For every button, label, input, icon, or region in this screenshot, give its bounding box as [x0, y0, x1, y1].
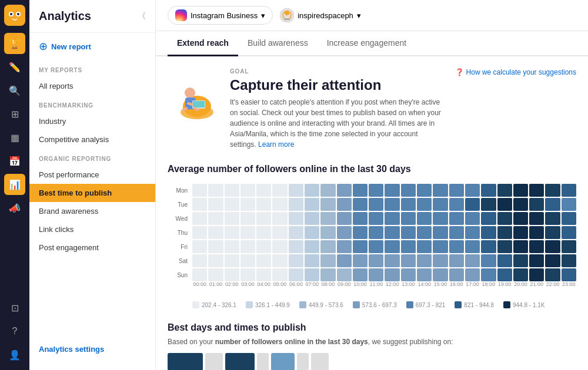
nav-item-all-reports[interactable]: All reports — [29, 77, 155, 95]
nav-icon-trophy[interactable]: 🏆 — [4, 33, 25, 54]
heatmap-cell — [320, 240, 335, 253]
tab-extend-reach[interactable]: Extend reach — [168, 31, 238, 56]
best-days-desc: Based on your number of followers online… — [168, 338, 576, 346]
heatmap-cell — [208, 268, 223, 281]
app-logo[interactable] — [4, 5, 25, 26]
question-icon: ❓ — [455, 68, 464, 76]
legend-label: 821 - 944.8 — [464, 302, 494, 308]
account-label: inspiredspaceph — [298, 11, 353, 20]
heatmap-cell — [417, 198, 432, 211]
content-scroll[interactable]: GOAL Capture their attention It's easier… — [156, 56, 588, 370]
heatmap-cell — [225, 212, 239, 225]
learn-more-link[interactable]: Learn more — [258, 140, 294, 149]
platform-selector[interactable]: Instagram Business ▾ — [168, 6, 273, 25]
heatmap-cell — [192, 240, 207, 253]
nav-icon-profile[interactable]: 👤 — [4, 344, 25, 365]
heatmap-cell — [401, 184, 416, 197]
account-selector[interactable]: inspiredspaceph ▾ — [280, 8, 361, 22]
analytics-settings-link[interactable]: Analytics settings — [29, 338, 155, 361]
heatmap-cell — [305, 198, 319, 211]
heatmap-cell — [417, 268, 432, 281]
tab-build-awareness[interactable]: Build awareness — [238, 31, 318, 56]
goal-text: GOAL Capture their attention It's easier… — [230, 68, 446, 150]
time-label: 21:00 — [529, 281, 544, 287]
heatmap-cell — [465, 226, 480, 239]
heatmap-cell — [497, 268, 512, 281]
heatmap-cell — [289, 254, 303, 267]
heatmap-cell — [256, 268, 271, 281]
heatmap-cell — [272, 268, 287, 281]
heatmap-cell — [192, 212, 207, 225]
heatmap-row-label: Thu — [168, 226, 191, 239]
heatmap-cell — [513, 212, 528, 225]
heatmap-cell — [320, 254, 335, 267]
heatmap-cell — [289, 198, 303, 211]
nav-icon-analytics[interactable]: 📊 — [4, 174, 25, 195]
time-label: 09:00 — [337, 281, 352, 287]
heatmap-cell — [289, 268, 303, 281]
nav-icon-calendar[interactable]: 📅 — [4, 150, 25, 171]
heatmap-cell — [481, 254, 496, 267]
time-label: 17:00 — [465, 281, 480, 287]
new-report-button[interactable]: ⊕ New report — [29, 33, 155, 60]
heatmap-cell — [353, 184, 368, 197]
nav-icon-compose[interactable]: ✏️ — [4, 56, 25, 78]
time-label: 23:00 — [562, 281, 576, 287]
heatmap-cell — [256, 212, 271, 225]
nav-icon-help[interactable]: ? — [4, 321, 25, 342]
heatmap-cell — [225, 268, 239, 281]
heatmap-cell — [433, 198, 447, 211]
heatmap-cell — [433, 254, 447, 267]
nav-icon-apps[interactable]: ⊡ — [4, 297, 25, 318]
heatmap-cell — [208, 184, 223, 197]
best-day-bar — [168, 353, 203, 370]
heatmap-cell — [272, 226, 287, 239]
heatmap-time-labels: 00:0001:0002:0003:0004:0005:0006:0007:00… — [168, 281, 576, 287]
heatmap-cell — [529, 184, 544, 197]
legend-label: 697.3 - 821 — [416, 302, 446, 308]
heatmap-row-label: Sat — [168, 254, 191, 267]
left-nav-title: Analytics — [39, 9, 91, 23]
nav-icon-megaphone[interactable]: 📣 — [4, 197, 25, 218]
time-label: 11:00 — [369, 281, 383, 287]
heatmap-row-label: Sun — [168, 268, 191, 281]
time-label: 14:00 — [417, 281, 432, 287]
nav-item-link-clicks[interactable]: Link clicks — [29, 220, 155, 238]
heatmap-cell — [208, 254, 223, 267]
nav-icon-dashboard[interactable]: ▦ — [4, 127, 25, 148]
nav-icon-grid[interactable]: ⊞ — [4, 103, 25, 125]
heatmap-cell — [337, 240, 352, 253]
left-nav-header: Analytics 《 — [29, 9, 155, 33]
new-report-label: New report — [51, 42, 91, 51]
heatmap-cell — [513, 198, 528, 211]
heatmap-cell — [240, 254, 255, 267]
time-label: 02:00 — [225, 281, 239, 287]
nav-item-best-time[interactable]: Best time to publish — [29, 184, 155, 202]
time-label: 20:00 — [513, 281, 528, 287]
svg-line-14 — [188, 103, 192, 105]
goal-desc: It's easier to catch people's attention … — [230, 97, 446, 150]
collapse-button[interactable]: 《 — [138, 11, 146, 22]
nav-item-competitive-analysis[interactable]: Competitive analysis — [29, 130, 155, 149]
help-link[interactable]: ❓ How we calculate your suggestions — [455, 68, 576, 76]
heatmap-cell — [529, 212, 544, 225]
nav-item-industry[interactable]: Industry — [29, 112, 155, 130]
heatmap-cell — [240, 198, 255, 211]
legend-dot — [503, 301, 510, 308]
heatmap-cell — [481, 226, 496, 239]
heatmap-cell — [449, 240, 464, 253]
tab-increase-engagement[interactable]: Increase engagement — [318, 31, 416, 56]
legend-item: 944.8 - 1.1K — [503, 301, 544, 308]
nav-item-brand-awareness[interactable]: Brand awareness — [29, 202, 155, 220]
heatmap-cell — [401, 198, 416, 211]
heatmap-cell — [289, 212, 303, 225]
nav-item-post-engagement[interactable]: Post engagement — [29, 238, 155, 257]
time-label: 00:00 — [192, 281, 207, 287]
heatmap-cell — [192, 254, 207, 267]
nav-icon-search[interactable]: 🔍 — [4, 80, 25, 101]
heatmap-title: Average number of followers online in th… — [168, 164, 576, 174]
heatmap-cell — [385, 226, 399, 239]
heatmap-cell — [529, 254, 544, 267]
nav-item-post-performance[interactable]: Post performance — [29, 166, 155, 184]
legend-label: 573.6 - 697.3 — [362, 302, 397, 308]
